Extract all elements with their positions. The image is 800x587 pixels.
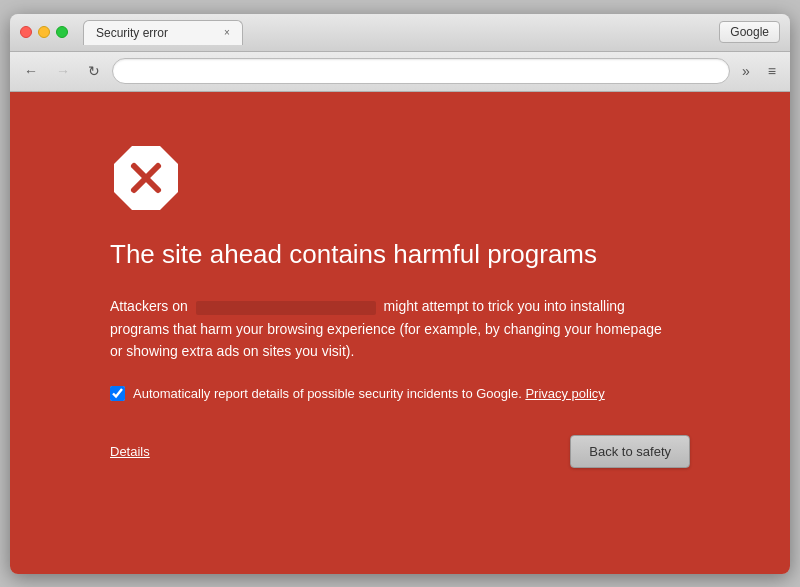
privacy-policy-link[interactable]: Privacy policy (525, 386, 604, 401)
description-before: Attackers on (110, 298, 188, 314)
redacted-url (196, 301, 376, 315)
error-title: The site ahead contains harmful programs (110, 238, 690, 272)
tab-title: Security error (96, 26, 168, 40)
description-after: might attempt to trick you into installi… (110, 298, 662, 359)
details-link[interactable]: Details (110, 444, 150, 459)
lines-icon: ≡ (768, 63, 776, 79)
browser-window: Security error × Google ← → ↻ » ≡ (10, 14, 790, 574)
maximize-traffic-light[interactable] (56, 26, 68, 38)
tab-close-button[interactable]: × (220, 26, 234, 40)
address-bar[interactable] (112, 58, 730, 84)
forward-icon: → (56, 63, 70, 79)
dots-icon: » (742, 63, 750, 79)
report-label: Automatically report details of possible… (133, 386, 605, 401)
main-menu-button[interactable]: ≡ (762, 59, 782, 83)
traffic-lights (20, 26, 68, 38)
active-tab[interactable]: Security error × (83, 20, 243, 45)
tab-area: Security error × (83, 20, 719, 45)
forward-button[interactable]: → (50, 59, 76, 83)
report-checkbox-row: Automatically report details of possible… (110, 386, 690, 401)
back-button[interactable]: ← (18, 59, 44, 83)
error-page: The site ahead contains harmful programs… (10, 92, 790, 574)
reload-button[interactable]: ↻ (82, 59, 106, 83)
report-checkbox[interactable] (110, 386, 125, 401)
title-bar: Security error × Google (10, 14, 790, 52)
action-row: Details Back to safety (110, 435, 690, 468)
back-to-safety-button[interactable]: Back to safety (570, 435, 690, 468)
close-traffic-light[interactable] (20, 26, 32, 38)
minimize-traffic-light[interactable] (38, 26, 50, 38)
extension-menu-button[interactable]: » (736, 59, 756, 83)
error-icon-container (110, 142, 182, 214)
google-button[interactable]: Google (719, 21, 780, 43)
error-description: Attackers on might attempt to trick you … (110, 295, 670, 362)
reload-icon: ↻ (88, 63, 100, 79)
error-octagon-icon (110, 142, 182, 214)
nav-bar: ← → ↻ » ≡ (10, 52, 790, 92)
back-icon: ← (24, 63, 38, 79)
